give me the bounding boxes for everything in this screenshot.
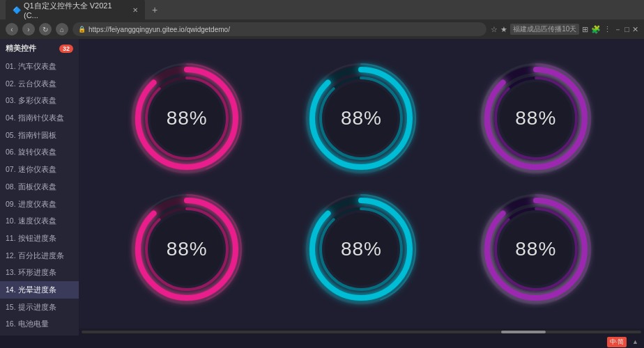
sidebar-item-1[interactable]: 01. 汽车仪表盘 — [0, 58, 79, 75]
home-button[interactable]: ⌂ — [56, 23, 68, 35]
sidebar-item-4[interactable]: 04. 指南针仪表盘 — [0, 109, 79, 127]
tab-close-button[interactable]: ✕ — [132, 6, 138, 14]
minimize-icon[interactable]: － — [614, 24, 622, 35]
status-icon-1: ▲ — [632, 338, 638, 345]
sidebar-item-13[interactable]: 13. 环形进度条 — [0, 264, 79, 281]
gauge-2: 88% — [302, 59, 420, 177]
main-content: 88%88%88%88%88%88% — [79, 39, 644, 335]
sidebar-item-9[interactable]: 09. 进度仪表盘 — [0, 196, 79, 213]
toolbar-icons: ☆ ★ 福建成品匹传播10天 ⊞ 🧩 ⋮ － □ ✕ — [491, 24, 638, 35]
gauge-wrapper-3: 88% — [477, 59, 595, 177]
sidebar-item-14[interactable]: 14. 光晕进度条 — [0, 281, 79, 299]
gauge-6: 88% — [477, 190, 595, 308]
app-body: 精美控件 32 01. 汽车仪表盘02. 云台仪表盘03. 多彩仪表盘04. 指… — [0, 39, 644, 335]
tab-title: Q1自定义控件大全 V2021 (C... — [24, 1, 127, 19]
back-button[interactable]: ‹ — [6, 23, 18, 35]
gauge-label-4: 88% — [167, 238, 208, 260]
sidebar-item-5[interactable]: 05. 指南针圆板 — [0, 127, 79, 144]
gauge-label-6: 88% — [515, 238, 556, 260]
forward-button[interactable]: › — [22, 23, 35, 35]
gauge-3: 88% — [477, 59, 595, 177]
gauge-label-5: 88% — [341, 238, 382, 260]
gauges-grid: 88%88%88%88%88%88% — [79, 39, 644, 329]
sidebar-badge: 32 — [59, 45, 73, 53]
gauge-5: 88% — [302, 190, 420, 308]
close-icon[interactable]: ✕ — [632, 25, 638, 34]
tab-bar: 🔷 Q1自定义控件大全 V2021 (C... ✕ + — [0, 0, 644, 19]
sidebar-item-12[interactable]: 12. 百分比进度条 — [0, 247, 79, 264]
refresh-button[interactable]: ↻ — [39, 23, 52, 35]
gauge-wrapper-2: 88% — [302, 59, 420, 177]
sidebar-item-2[interactable]: 02. 云台仪表盘 — [0, 75, 79, 93]
sidebar-items-container: 01. 汽车仪表盘02. 云台仪表盘03. 多彩仪表盘04. 指南针仪表盘05.… — [0, 58, 79, 335]
status-logo: 中·简 — [607, 337, 627, 347]
star-icon[interactable]: ★ — [500, 25, 507, 34]
gauge-wrapper-4: 88% — [128, 190, 246, 308]
sidebar-title: 精美控件 — [6, 43, 36, 54]
sidebar-item-7[interactable]: 07. 迷你仪表盘 — [0, 161, 79, 178]
sidebar: 精美控件 32 01. 汽车仪表盘02. 云台仪表盘03. 多彩仪表盘04. 指… — [0, 39, 79, 335]
ad-banner: 福建成品匹传播10天 — [510, 24, 579, 35]
bottom-scrollbar[interactable] — [79, 329, 644, 335]
sidebar-item-8[interactable]: 08. 面板仪表盘 — [0, 178, 79, 196]
browser-chrome: 🔷 Q1自定义控件大全 V2021 (C... ✕ + ‹ › ↻ ⌂ 🔒 ht… — [0, 0, 644, 39]
sidebar-item-16[interactable]: 16. 电池电量 — [0, 315, 79, 333]
extension-icon[interactable]: 🧩 — [591, 25, 601, 34]
gauge-label-2: 88% — [341, 107, 382, 129]
maximize-icon[interactable]: □ — [624, 25, 629, 33]
gauge-label-1: 88% — [167, 107, 208, 129]
sidebar-item-10[interactable]: 10. 速度仪表盘 — [0, 212, 79, 230]
new-tab-button[interactable]: + — [148, 3, 162, 16]
status-bar: 中·简 ▲ — [0, 335, 644, 348]
sidebar-header: 精美控件 32 — [0, 39, 79, 58]
sidebar-item-3[interactable]: 03. 多彩仪表盘 — [0, 92, 79, 109]
gauge-wrapper-1: 88% — [128, 59, 246, 177]
gauge-1: 88% — [128, 59, 246, 177]
sidebar-item-6[interactable]: 06. 旋转仪表盘 — [0, 143, 79, 161]
sidebar-item-15[interactable]: 15. 提示进度条 — [0, 299, 79, 316]
gauge-wrapper-5: 88% — [302, 190, 420, 308]
active-tab[interactable]: 🔷 Q1自定义控件大全 V2021 (C... ✕ — [6, 0, 145, 21]
scrollbar-track[interactable] — [82, 331, 641, 333]
gauge-wrapper-6: 88% — [477, 190, 595, 308]
more-icon[interactable]: ⋮ — [604, 25, 611, 34]
bookmark-icon[interactable]: ☆ — [491, 25, 498, 34]
apps-icon[interactable]: ⊞ — [582, 25, 588, 34]
address-bar[interactable]: 🔒 https://feiyanggqingyun.gitee.io/qwidg… — [72, 22, 486, 36]
scrollbar-thumb[interactable] — [501, 331, 546, 333]
browser-controls: ‹ › ↻ ⌂ 🔒 https://feiyanggqingyun.gitee.… — [0, 19, 644, 39]
sidebar-item-11[interactable]: 11. 按钮进度条 — [0, 230, 79, 247]
url-text: https://feiyanggqingyun.gitee.io/qwidget… — [89, 26, 230, 33]
gauge-4: 88% — [128, 190, 246, 308]
gauge-label-3: 88% — [515, 107, 556, 129]
